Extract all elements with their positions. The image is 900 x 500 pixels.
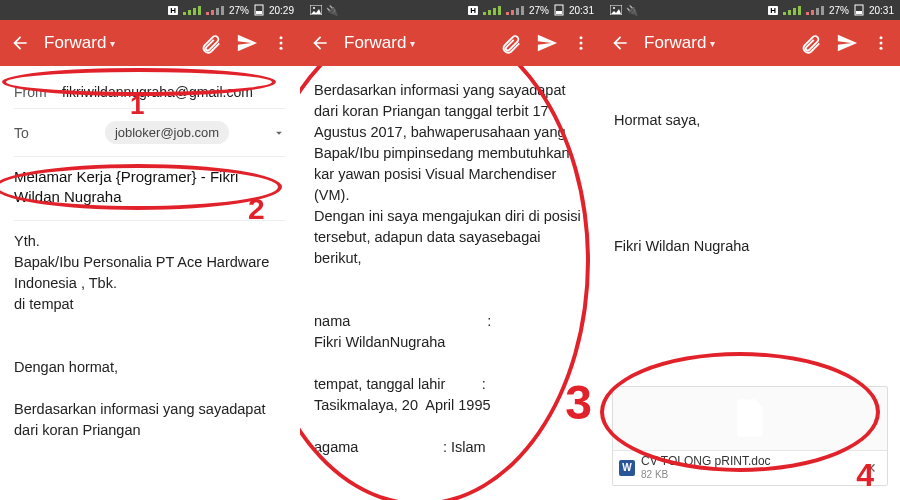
svg-point-2: [280, 36, 283, 39]
annotation-number-2: 2: [248, 192, 265, 226]
signal-icon-2: [206, 6, 224, 15]
dropdown-icon: ▾: [410, 38, 415, 49]
svg-point-11: [580, 47, 583, 50]
to-value: jobloker@job.com: [62, 121, 272, 144]
expand-recipients-icon[interactable]: [272, 126, 286, 140]
svg-point-4: [280, 47, 283, 50]
send-icon[interactable]: [836, 32, 858, 54]
attachment-name: CV TOLONG pRINT.doc: [641, 454, 771, 468]
picture-icon: [610, 5, 622, 16]
plug-icon: 🔌: [326, 5, 338, 16]
to-row[interactable]: To jobloker@job.com: [14, 109, 286, 157]
to-label: To: [14, 125, 62, 141]
annotation-number-3: 3: [565, 375, 592, 430]
battery-text: 27%: [829, 5, 849, 16]
svg-point-16: [880, 36, 883, 39]
clock-text: 20:31: [869, 5, 894, 16]
svg-point-3: [280, 42, 283, 45]
signal-icon: [483, 6, 501, 15]
app-bar: Forward ▾: [600, 20, 900, 66]
back-icon[interactable]: [610, 33, 630, 53]
plug-icon: 🔌: [626, 5, 638, 16]
more-icon[interactable]: [272, 32, 290, 54]
battery-icon: [854, 4, 864, 16]
recipient-chip[interactable]: jobloker@job.com: [105, 121, 229, 144]
svg-point-10: [580, 42, 583, 45]
subject-field[interactable]: Melamar Kerja {Programer} - Fikri Wildan…: [14, 157, 286, 221]
svg-point-6: [313, 7, 315, 9]
screen-title[interactable]: Forward ▾: [344, 33, 415, 53]
back-icon[interactable]: [10, 33, 30, 53]
send-icon[interactable]: [536, 32, 558, 54]
more-icon[interactable]: [572, 32, 590, 54]
send-icon[interactable]: [236, 32, 258, 54]
svg-point-13: [613, 7, 615, 9]
attach-icon[interactable]: [200, 32, 222, 54]
svg-rect-1: [256, 11, 262, 14]
attachment-card[interactable]: W CV TOLONG pRINT.doc 82 KB ✕: [612, 386, 888, 486]
network-badge: H: [468, 6, 478, 15]
annotation-number-4: 4: [856, 457, 874, 494]
signal-icon: [183, 6, 201, 15]
battery-icon: [554, 4, 564, 16]
title-label: Forward: [344, 33, 406, 53]
title-label: Forward: [644, 33, 706, 53]
back-icon[interactable]: [310, 33, 330, 53]
screen-title[interactable]: Forward ▾: [44, 33, 115, 53]
network-badge: H: [768, 6, 778, 15]
file-thumb-icon: [613, 387, 887, 450]
dropdown-icon: ▾: [110, 38, 115, 49]
doc-type-badge: W: [619, 460, 635, 476]
battery-text: 27%: [529, 5, 549, 16]
more-icon[interactable]: [872, 32, 890, 54]
attach-icon[interactable]: [800, 32, 822, 54]
signal-icon: [783, 6, 801, 15]
signal-icon-2: [506, 6, 524, 15]
attachment-size: 82 KB: [641, 469, 668, 480]
svg-rect-8: [556, 11, 562, 14]
svg-point-9: [580, 36, 583, 39]
title-label: Forward: [44, 33, 106, 53]
clock-text: 20:31: [569, 5, 594, 16]
status-bar: 🔌 H 27% 20:31: [600, 0, 900, 20]
email-body[interactable]: Yth. Bapak/Ibu Personalia PT Ace Hardwar…: [14, 221, 286, 441]
attach-icon[interactable]: [500, 32, 522, 54]
dropdown-icon: ▾: [710, 38, 715, 49]
status-bar: H 27% 20:29: [0, 0, 300, 20]
battery-icon: [254, 4, 264, 16]
network-badge: H: [168, 6, 178, 15]
app-bar: Forward ▾: [300, 20, 600, 66]
signal-icon-2: [806, 6, 824, 15]
picture-icon: [310, 5, 322, 16]
battery-text: 27%: [229, 5, 249, 16]
annotation-number-1: 1: [130, 90, 144, 121]
from-label: From: [14, 84, 62, 100]
app-bar: Forward ▾: [0, 20, 300, 66]
email-body[interactable]: Hormat saya, Fikri Wildan Nugraha: [614, 80, 886, 257]
from-value: fikriwildannugraha@gmail.com: [62, 84, 286, 100]
svg-point-17: [880, 42, 883, 45]
svg-rect-15: [856, 11, 862, 14]
screen-title[interactable]: Forward ▾: [644, 33, 715, 53]
status-bar: 🔌 H 27% 20:31: [300, 0, 600, 20]
from-row[interactable]: From fikriwildannugraha@gmail.com: [14, 76, 286, 109]
svg-point-18: [880, 47, 883, 50]
email-body[interactable]: Berdasarkan informasi yang sayadapat dar…: [314, 80, 586, 458]
clock-text: 20:29: [269, 5, 294, 16]
